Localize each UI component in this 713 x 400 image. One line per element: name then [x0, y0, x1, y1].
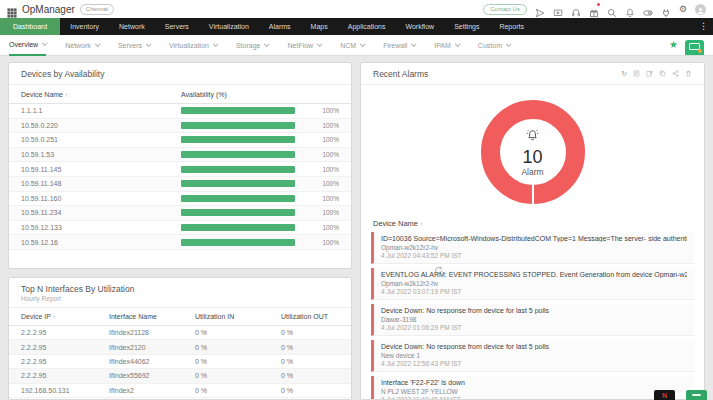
column-availability[interactable]: Availability (%) [181, 91, 303, 98]
user-avatar[interactable] [695, 4, 706, 15]
subnav-servers[interactable]: Servers [118, 35, 150, 56]
support-headset-icon[interactable] [571, 4, 581, 14]
availability-bar [181, 180, 295, 187]
column-utilization-out[interactable]: Utilization OUT [281, 313, 339, 320]
nav-tab-virtualization[interactable]: Virtualization [199, 18, 259, 35]
nav-tab-alarms[interactable]: Alarms [259, 18, 301, 35]
chat-glyph [692, 394, 701, 396]
alarm-list-header[interactable]: Device Name ↑ [373, 219, 692, 228]
delete-icon[interactable] [685, 70, 692, 79]
availability-row[interactable]: 10.59.0.251 100% [9, 133, 351, 148]
column-utilization-in[interactable]: Utilization IN [195, 313, 281, 320]
copy-icon[interactable] [659, 70, 666, 79]
interfaces-panel-header: Top N Interfaces By Utilization Hourly R… [9, 278, 351, 308]
availability-value: 100% [303, 136, 339, 143]
utilization-out: 0 % [281, 329, 339, 336]
nav-tab-applications[interactable]: Applications [338, 18, 396, 35]
subnav-network[interactable]: Network [65, 35, 99, 56]
bell-icon[interactable] [625, 4, 635, 14]
subnav-firewall[interactable]: Firewall [383, 35, 415, 56]
launch-rocket-icon[interactable] [535, 4, 545, 14]
alarm-item[interactable]: Device Down: No response from device for… [371, 340, 694, 372]
new-dashboard-button[interactable] [685, 40, 704, 55]
nav-tab-network[interactable]: Network [109, 18, 155, 35]
export-icon[interactable] [633, 70, 640, 79]
contact-us-button[interactable]: Contact Us [483, 4, 527, 15]
notification-dot [597, 3, 600, 6]
availability-value: 100% [303, 107, 339, 114]
column-device-ip[interactable]: Device IP ↑ [21, 313, 109, 320]
video-tour-icon[interactable] [553, 4, 563, 14]
availability-row[interactable]: 1.1.1.1 100% [9, 104, 351, 119]
nav-tab-inventory[interactable]: Inventory [60, 18, 109, 35]
plugin-icon[interactable] [661, 4, 671, 14]
subnav-ncm[interactable]: NCM [340, 35, 364, 56]
availability-row[interactable]: 10.59.12.133 100% [9, 221, 351, 236]
subnav-overview[interactable]: Overview [9, 35, 46, 56]
alarms-panel-title: Recent Alarms [373, 69, 428, 79]
subnav-storage[interactable]: Storage [236, 35, 269, 56]
favorite-star-icon[interactable]: ★ [669, 40, 678, 50]
interface-name: IfIndex44062 [109, 358, 195, 365]
refresh-icon[interactable]: ↻ [621, 70, 627, 78]
availability-bar-track [181, 107, 295, 114]
share-icon[interactable] [672, 70, 679, 79]
nav-tab-reports[interactable]: Reports [489, 18, 534, 35]
nav-tab-dashboard[interactable]: Dashboard [0, 18, 60, 35]
interface-row[interactable]: 2.2.2.95 IfIndex21128 0 % 0 % [9, 326, 351, 340]
interface-row[interactable]: 2.2.2.95 IfIndex2120 0 % 0 % [9, 340, 351, 354]
availability-row[interactable]: 10.59.11.145 100% [9, 162, 351, 177]
column-device-name[interactable]: Device Name ↑ [21, 91, 181, 98]
availability-bar [181, 107, 295, 114]
interface-row[interactable]: 192.168.50.131 IfIndex2 0 % 0 % [9, 384, 351, 398]
subnav-virtualization[interactable]: Virtualization [169, 35, 217, 56]
chevron-down-icon [264, 41, 270, 47]
sort-arrow-icon: ↑ [65, 92, 68, 98]
location-badge[interactable]: Chennai [80, 4, 114, 15]
availability-value: 100% [303, 224, 339, 231]
chevron-down-icon [411, 41, 417, 47]
sort-arrow-icon: ↑ [53, 314, 56, 320]
interface-name: IfIndex21128 [109, 329, 195, 336]
whats-new-gift-icon[interactable] [589, 4, 599, 14]
edit-icon[interactable] [646, 70, 653, 79]
nav-overflow-menu-icon[interactable]: ⋮ [694, 18, 713, 35]
nav-tab-settings[interactable]: Settings [444, 18, 489, 35]
alarm-device-name: Opman-w2k12r2-hv [381, 280, 687, 287]
availability-row[interactable]: 10.59.12.16 100% [9, 235, 351, 250]
devices-by-availability-panel: Devices by Availability Device Name ↑ Av… [8, 62, 352, 269]
availability-row[interactable]: 10.59.11.160 100% [9, 192, 351, 207]
availability-panel-header: Devices by Availability [9, 63, 351, 85]
availability-row[interactable]: 10.59.11.148 100% [9, 177, 351, 192]
interfaces-panel-title: Top N Interfaces By Utilization [21, 284, 134, 294]
interface-row[interactable]: 2.2.2.95 IfIndex44062 0 % 0 % [9, 355, 351, 369]
interface-row[interactable]: 2.2.2.95 IfIndex55692 0 % 0 % [9, 369, 351, 383]
availability-row[interactable]: 10.59.11.234 100% [9, 206, 351, 221]
availability-bar-track [181, 224, 295, 231]
subnav-custom[interactable]: Custom [478, 35, 510, 56]
nav-tab-workflow[interactable]: Workflow [395, 18, 444, 35]
floating-badge-dark[interactable]: N [654, 390, 675, 400]
chevron-down-icon [42, 40, 48, 46]
theme-toggle-icon[interactable] [643, 4, 653, 14]
availability-bar [181, 224, 295, 231]
availability-row[interactable]: 10.59.1.53 100% [9, 148, 351, 163]
apps-grid-icon[interactable] [7, 4, 17, 14]
alarm-item[interactable]: Device Down: No response from device for… [371, 304, 694, 336]
availability-row[interactable]: 10.59.0.220 100% [9, 119, 351, 134]
alarm-donut-chart[interactable]: 10 Alarm [481, 100, 585, 204]
gear-icon[interactable]: ⚙ [679, 4, 687, 14]
alarm-item[interactable]: Interface 'F22-F22' is down N PL2 WEST 2… [371, 376, 694, 400]
nav-tab-servers[interactable]: Servers [155, 18, 199, 35]
availability-bar-track [181, 166, 295, 173]
availability-table-header: Device Name ↑ Availability (%) [9, 85, 351, 104]
subnav-netflow[interactable]: NetFlow [287, 35, 321, 56]
subnav-ipam[interactable]: IPAM [434, 35, 459, 56]
search-icon[interactable] [607, 4, 617, 14]
column-interface-name[interactable]: Interface Name [109, 313, 195, 320]
alarm-item[interactable]: ID=10036 Source=Microsoft-Windows-Distri… [371, 232, 694, 264]
device-name: 1.1.1.1 [21, 107, 181, 114]
nav-tab-maps[interactable]: Maps [301, 18, 338, 35]
floating-chat-button[interactable] [686, 390, 707, 400]
alarm-item[interactable]: EVENTLOG ALARM: EVENT PROCESSING STOPPED… [371, 268, 694, 300]
